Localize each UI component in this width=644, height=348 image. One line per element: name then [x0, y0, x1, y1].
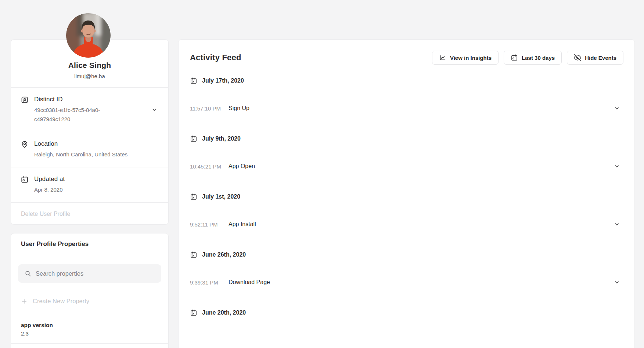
date-range-label: Last 30 days	[522, 55, 555, 61]
properties-search-row	[11, 255, 168, 291]
date-label: June 20th, 2020	[202, 309, 246, 316]
event-row[interactable]: 9:52:11 PM App Install	[190, 212, 634, 236]
divider	[222, 328, 634, 328]
activity-feed-header: Activity Feed View in Insights Last 30 d…	[179, 40, 634, 65]
date-label: June 26th, 2020	[202, 251, 246, 258]
search-box	[18, 264, 161, 283]
location-section: Location Raleigh, North Carolina, United…	[11, 132, 168, 167]
hide-events-label: Hide Events	[585, 55, 616, 61]
property-item: app version 2.3	[11, 312, 168, 344]
date-header: July 1st, 2020	[190, 192, 634, 201]
activity-date-group: July 1st, 2020 9:52:11 PM App Install	[179, 192, 634, 236]
search-icon	[24, 270, 32, 277]
chevron-down-icon[interactable]	[614, 221, 620, 227]
distinct-id-value: 49cc0381-e1fc-57c5-84a0- c497949c1220	[34, 105, 148, 124]
distinct-id-section: Distinct ID 49cc0381-e1fc-57c5-84a0- c49…	[11, 88, 168, 132]
user-name: Alice Singh	[18, 61, 161, 70]
date-header: June 20th, 2020	[190, 308, 634, 317]
line-chart-icon	[439, 54, 446, 61]
property-value: 2.3	[21, 330, 158, 337]
avatar	[66, 13, 111, 58]
user-profile-card: Alice Singh limuj@he.ba Distinct ID 49cc…	[11, 39, 169, 225]
date-label: July 9th, 2020	[202, 135, 241, 142]
user-profile-properties-card: User Profile Properties Create New Prope…	[11, 233, 169, 348]
id-badge-icon	[21, 96, 29, 104]
date-header: July 9th, 2020	[190, 134, 634, 143]
properties-list: app version 2.3	[11, 312, 168, 344]
search-properties-input[interactable]	[18, 264, 161, 283]
event-row[interactable]: 11:57:10 PM Sign Up	[190, 96, 634, 120]
calendar-icon	[511, 54, 518, 61]
event-time: 10:45:21 PM	[190, 163, 229, 170]
event-name: Sign Up	[229, 105, 614, 112]
delete-user-profile-button[interactable]: Delete User Profile	[11, 203, 168, 225]
activity-date-group: July 9th, 2020 10:45:21 PM App Open	[179, 134, 634, 178]
chevron-down-icon[interactable]	[614, 105, 620, 111]
event-list: 9:52:11 PM App Install	[190, 212, 634, 236]
location-value: Raleigh, North Carolina, United States	[34, 150, 148, 159]
view-in-insights-label: View in Insights	[450, 55, 492, 61]
user-email: limuj@he.ba	[18, 73, 161, 79]
event-row[interactable]: 9:39:31 PM Download Page	[190, 270, 634, 294]
properties-header: User Profile Properties	[11, 233, 168, 255]
event-time: 11:57:10 PM	[190, 105, 229, 112]
event-name: App Open	[229, 163, 614, 170]
updated-at-label: Updated at	[34, 175, 148, 183]
chevron-down-icon[interactable]	[614, 279, 620, 285]
activity-groups: July 17th, 2020 11:57:10 PM Sign Up July…	[179, 76, 634, 328]
map-pin-icon	[21, 140, 29, 148]
event-name: App Install	[229, 221, 614, 228]
calendar-icon	[190, 77, 197, 84]
date-label: July 17th, 2020	[202, 77, 244, 84]
date-header: June 26th, 2020	[190, 250, 634, 259]
chevron-down-icon[interactable]	[614, 163, 620, 169]
event-row[interactable]: 10:45:21 PM App Open	[190, 154, 634, 178]
create-new-property-label: Create New Property	[33, 298, 89, 305]
date-range-button[interactable]: Last 30 days	[504, 51, 562, 65]
activity-date-group: June 26th, 2020 9:39:31 PM Download Page	[179, 250, 634, 294]
event-list: 10:45:21 PM App Open	[190, 154, 634, 178]
property-name: app version	[21, 322, 158, 329]
activity-feed-card: Activity Feed View in Insights Last 30 d…	[178, 39, 635, 348]
calendar-icon	[190, 193, 197, 200]
updated-at-section: Updated at Apr 8, 2020	[11, 167, 168, 203]
calendar-icon	[21, 175, 29, 184]
calendar-icon	[190, 135, 197, 142]
event-name: Download Page	[229, 279, 614, 286]
eye-off-icon	[574, 54, 581, 61]
updated-at-value: Apr 8, 2020	[34, 185, 148, 194]
plus-icon	[21, 298, 28, 305]
date-label: July 1st, 2020	[202, 193, 240, 200]
distinct-id-line2: c497949c1220	[34, 115, 148, 124]
distinct-id-line1: 49cc0381-e1fc-57c5-84a0-	[34, 105, 148, 115]
event-time: 9:52:11 PM	[190, 221, 229, 228]
create-new-property-button[interactable]: Create New Property	[11, 291, 168, 312]
calendar-icon	[190, 309, 197, 316]
distinct-id-label: Distinct ID	[34, 96, 148, 103]
feed-actions: View in Insights Last 30 days Hide Event…	[432, 51, 623, 65]
hide-events-button[interactable]: Hide Events	[567, 51, 623, 65]
event-list: 11:57:10 PM Sign Up	[190, 96, 634, 120]
page-title: Activity Feed	[190, 53, 241, 62]
location-label: Location	[34, 140, 148, 148]
view-in-insights-button[interactable]: View in Insights	[432, 51, 499, 65]
date-header: July 17th, 2020	[190, 76, 634, 85]
event-list: 9:39:31 PM Download Page	[190, 270, 634, 294]
activity-date-group: June 20th, 2020	[179, 308, 634, 328]
event-time: 9:39:31 PM	[190, 279, 229, 286]
properties-title: User Profile Properties	[21, 240, 158, 248]
calendar-icon	[190, 251, 197, 258]
chevron-down-icon[interactable]	[151, 107, 157, 113]
activity-date-group: July 17th, 2020 11:57:10 PM Sign Up	[179, 76, 634, 120]
